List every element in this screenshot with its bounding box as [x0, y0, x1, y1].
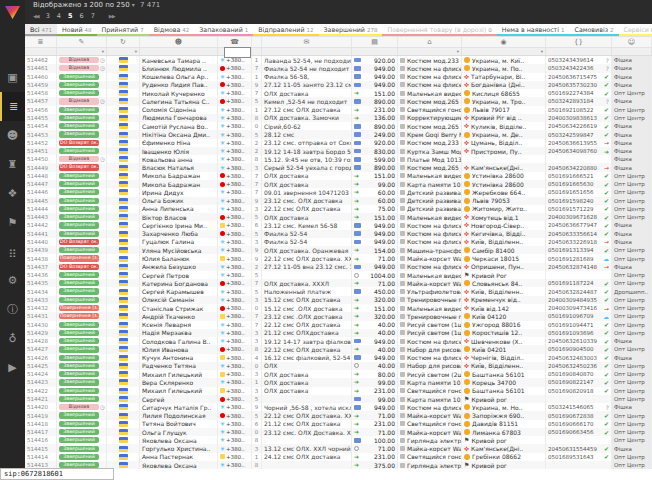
- status-badge[interactable]: Відмова: [59, 404, 99, 410]
- phone-cell[interactable]: ✳+380..: [218, 436, 252, 444]
- status-badge[interactable]: Завершений: [59, 437, 99, 443]
- status-badge[interactable]: Завершений: [59, 297, 99, 303]
- table-row[interactable]: 514416ЗавершенийЯковлева Оксана✳+380..81…: [25, 436, 652, 444]
- phone-cell[interactable]: ✳+380..: [218, 147, 252, 155]
- phone-cell[interactable]: +380..: [218, 354, 252, 362]
- table-row[interactable]: 514454ЗавершенийСамотій Руслана Во..✳+38…: [25, 122, 652, 130]
- page-button[interactable]: 5: [68, 12, 73, 20]
- phone-cell[interactable]: +380..: [218, 279, 252, 287]
- site-icon[interactable]: ♁: [0, 324, 25, 353]
- tab-Всі[interactable]: Всі471: [25, 24, 57, 36]
- tab-Повернення товару (в дорозі)[interactable]: Повернення товару (в дорозі)0: [382, 24, 496, 36]
- status-badge[interactable]: Завершений: [59, 280, 99, 286]
- status-badge[interactable]: Завершений: [59, 272, 99, 278]
- table-row[interactable]: 514442ЗавершенийСергієнко Ірина Ми..+380…: [25, 221, 652, 229]
- page-button[interactable]: 4: [57, 12, 61, 20]
- column-header-name[interactable]: ☻: [140, 37, 218, 47]
- status-badge[interactable]: Завершений: [59, 206, 99, 212]
- tab-Новий[interactable]: Новий48: [57, 24, 96, 36]
- status-badge[interactable]: Завершений: [59, 379, 99, 385]
- column-header-price[interactable]: ▤: [352, 37, 398, 47]
- tab-Нема в наявності[interactable]: Нема в наявності1: [497, 24, 570, 36]
- column-header-status[interactable]: ✎: [57, 37, 107, 47]
- status-badge[interactable]: Завершений: [59, 181, 99, 187]
- status-badge[interactable]: Відмова: [59, 65, 99, 71]
- tab-Сервіси[interactable]: Сервіси0: [619, 24, 652, 36]
- phone-cell[interactable]: ✳+380..: [218, 197, 252, 205]
- phone-cell[interactable]: +380..: [218, 180, 252, 188]
- phone-cell[interactable]: +380..: [218, 312, 252, 320]
- column-header-flag[interactable]: ↻: [107, 37, 140, 47]
- phone-cell[interactable]: +380..: [218, 395, 252, 403]
- table-row[interactable]: 514420Відмова◷Ситарчук Наталія Гр..✳+380…: [25, 403, 652, 411]
- phone-cell[interactable]: ✳+380..: [218, 73, 252, 81]
- table-row[interactable]: 514441ЗавершенийЗахарченко Люба+380..5Фи…: [25, 230, 652, 238]
- phone-cell[interactable]: ✳+380..: [218, 139, 252, 147]
- settings-icon[interactable]: ⚙: [0, 266, 25, 295]
- phone-cell[interactable]: ✳+380..: [218, 444, 252, 452]
- page-button[interactable]: 3: [46, 12, 50, 20]
- phone-cell[interactable]: ✳+380..: [218, 263, 252, 271]
- status-badge[interactable]: Завершений: [59, 346, 99, 352]
- filter-product[interactable]: ▾: [398, 48, 462, 55]
- phone-cell[interactable]: +380..: [218, 213, 252, 221]
- status-badge[interactable]: Завершений: [59, 198, 99, 204]
- phone-cell[interactable]: +380..: [218, 453, 252, 461]
- phone-cell[interactable]: ✳+380..: [218, 329, 252, 337]
- table-row[interactable]: 514423ЗавершенийВера Скляренко✳+380..1ОЛ…: [25, 378, 652, 386]
- phone-cell[interactable]: ✳+380..: [218, 114, 252, 122]
- phone-cell[interactable]: ✳+380..: [218, 287, 252, 295]
- tab-Відмова[interactable]: Відмова42: [149, 24, 195, 36]
- table-row[interactable]: 514452DO Возврат ок..Єфименко Ніна✳+380.…: [25, 139, 652, 147]
- status-badge[interactable]: Завершений: [59, 115, 99, 121]
- table-row[interactable]: 514424ЗавершенийМихаил Гилецький+380..3О…: [25, 370, 652, 378]
- statistics-icon[interactable]: ⣶: [0, 237, 25, 266]
- page-button[interactable]: 6: [80, 12, 84, 20]
- status-badge[interactable]: Завершений: [59, 90, 99, 96]
- video-icon[interactable]: ▶: [0, 353, 25, 382]
- status-badge[interactable]: Відмова: [59, 57, 99, 63]
- column-header-product[interactable]: ⌂: [398, 37, 462, 47]
- phone-cell[interactable]: +380..: [218, 64, 252, 72]
- table-row[interactable]: 514414ЗавершенийАнна Пастернак+380..124.…: [25, 453, 652, 461]
- table-row[interactable]: 514458ЗавершенийНиколай Кучеренко✳+380..…: [25, 89, 652, 97]
- status-badge[interactable]: DO Возврат ок..: [59, 264, 99, 270]
- phone-cell[interactable]: ✳+380..: [218, 420, 252, 428]
- status-badge[interactable]: Завершений: [59, 214, 99, 220]
- phone-cell[interactable]: +380..: [218, 387, 252, 395]
- column-header-comment[interactable]: ✉: [262, 37, 352, 47]
- table-row[interactable]: 514457Відмова◷Салегина Татьяна С..+380..…: [25, 97, 652, 105]
- status-badge[interactable]: Завершений: [59, 355, 99, 361]
- phone-cell[interactable]: ✳+380..: [218, 246, 252, 254]
- phone-cell[interactable]: ✳+380..: [218, 461, 252, 469]
- table-row[interactable]: 514432Повернення (з..Станіслав Стрижак+3…: [25, 304, 652, 312]
- status-badge[interactable]: Завершений: [59, 371, 99, 377]
- status-badge[interactable]: Завершений: [59, 231, 99, 237]
- table-row[interactable]: 514444ЗавершенийАнна Липенська✳+380..322…: [25, 205, 652, 213]
- status-badge[interactable]: Завершений: [59, 222, 99, 228]
- status-badge[interactable]: Повернення (з..: [59, 313, 99, 319]
- column-header-ttn[interactable]: {}: [546, 37, 612, 47]
- table-row[interactable]: 514448ЗавершенийМикола Бадражан+380..7ОЛ…: [25, 172, 652, 180]
- phone-cell[interactable]: +380..: [218, 304, 252, 312]
- table-row[interactable]: 514455ЗавершенийЛюдмила Гончарова✳+380..…: [25, 114, 652, 122]
- status-badge[interactable]: Завершений: [59, 388, 99, 394]
- status-badge[interactable]: Завершений: [59, 429, 99, 435]
- phone-cell[interactable]: +380..: [218, 345, 252, 353]
- table-row[interactable]: 514417ЗавершенийОльга Глущук✳+380..023.1…: [25, 428, 652, 436]
- table-row[interactable]: 514433ЗавершенийОлексій Семанін✳+380..31…: [25, 296, 652, 304]
- status-badge[interactable]: Завершений: [59, 123, 99, 129]
- table-row[interactable]: 514421ЗавершенийСергей+380..599.00Карта …: [25, 395, 652, 403]
- phone-cell[interactable]: +380..: [218, 230, 252, 238]
- table-row[interactable]: 514453ЗавершенийНікітіна Оксана Дми..✳+3…: [25, 130, 652, 138]
- column-header-mgr[interactable]: ☺: [612, 37, 652, 47]
- phone-cell[interactable]: +380..: [218, 97, 252, 105]
- status-badge[interactable]: Відмова: [59, 156, 99, 162]
- status-badge[interactable]: Завершений: [59, 189, 99, 195]
- orders-icon[interactable]: ≣: [0, 92, 25, 121]
- status-badge[interactable]: DO Возврат ок..: [59, 239, 99, 245]
- table-row[interactable]: 514439ЗавершенийУляна Мусійовська✳+380..…: [25, 246, 652, 254]
- column-header-count[interactable]: [252, 37, 262, 47]
- status-badge[interactable]: Завершений: [59, 363, 99, 369]
- table-row[interactable]: 514461Відмова◷Близнюк Людмила ..+380..7Ф…: [25, 64, 652, 72]
